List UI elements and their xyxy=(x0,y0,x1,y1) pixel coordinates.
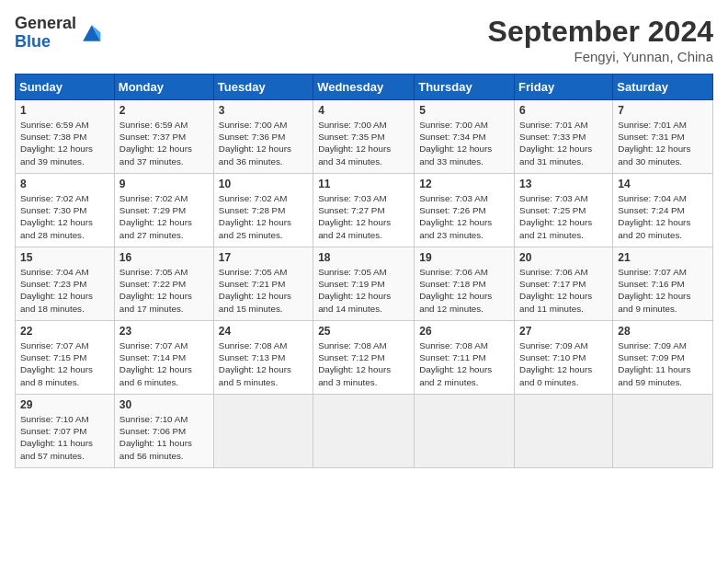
day-info: Sunrise: 7:00 AMSunset: 7:35 PMDaylight:… xyxy=(318,119,409,167)
day-number: 5 xyxy=(419,104,509,117)
day-info: Sunrise: 7:07 AMSunset: 7:16 PMDaylight:… xyxy=(618,266,708,315)
table-row: 9Sunrise: 7:02 AMSunset: 7:29 PMDaylight… xyxy=(114,174,213,247)
day-number: 18 xyxy=(318,251,409,264)
table-row: 11Sunrise: 7:03 AMSunset: 7:27 PMDayligh… xyxy=(313,174,415,247)
table-row: 18Sunrise: 7:05 AMSunset: 7:19 PMDayligh… xyxy=(313,247,415,321)
day-number: 25 xyxy=(318,325,409,338)
table-row xyxy=(613,395,713,468)
day-info: Sunrise: 7:01 AMSunset: 7:31 PMDaylight:… xyxy=(618,119,708,167)
table-row: 8Sunrise: 7:02 AMSunset: 7:30 PMDaylight… xyxy=(16,174,115,247)
day-info: Sunrise: 7:08 AMSunset: 7:13 PMDaylight:… xyxy=(219,339,308,388)
day-number: 13 xyxy=(519,178,608,190)
table-row: 21Sunrise: 7:07 AMSunset: 7:16 PMDayligh… xyxy=(613,247,713,321)
col-monday: Monday xyxy=(114,75,213,100)
logo: General Blue xyxy=(15,15,102,52)
table-row: 28Sunrise: 7:09 AMSunset: 7:09 PMDayligh… xyxy=(613,321,713,395)
day-number: 15 xyxy=(20,251,109,264)
day-number: 29 xyxy=(20,398,109,411)
day-info: Sunrise: 7:06 AMSunset: 7:17 PMDaylight:… xyxy=(519,266,608,315)
day-number: 30 xyxy=(119,398,209,411)
logo-icon xyxy=(80,22,102,44)
table-row: 5Sunrise: 7:00 AMSunset: 7:34 PMDaylight… xyxy=(415,100,515,174)
day-info: Sunrise: 7:06 AMSunset: 7:18 PMDaylight:… xyxy=(419,266,509,315)
table-row: 6Sunrise: 7:01 AMSunset: 7:33 PMDaylight… xyxy=(515,100,613,174)
col-sunday: Sunday xyxy=(16,75,115,100)
day-info: Sunrise: 7:10 AMSunset: 7:06 PMDaylight:… xyxy=(119,413,209,462)
day-info: Sunrise: 7:00 AMSunset: 7:34 PMDaylight:… xyxy=(419,119,509,167)
day-info: Sunrise: 7:08 AMSunset: 7:11 PMDaylight:… xyxy=(419,339,509,388)
table-row: 3Sunrise: 7:00 AMSunset: 7:36 PMDaylight… xyxy=(213,100,313,174)
day-number: 20 xyxy=(519,251,608,264)
day-info: Sunrise: 7:05 AMSunset: 7:22 PMDaylight:… xyxy=(119,266,209,315)
day-info: Sunrise: 7:05 AMSunset: 7:21 PMDaylight:… xyxy=(219,266,308,315)
day-number: 17 xyxy=(219,251,308,264)
table-row xyxy=(415,395,515,468)
day-number: 23 xyxy=(119,325,209,338)
table-row: 10Sunrise: 7:02 AMSunset: 7:28 PMDayligh… xyxy=(213,174,313,247)
table-row: 1Sunrise: 6:59 AMSunset: 7:38 PMDaylight… xyxy=(16,100,115,174)
table-row xyxy=(313,395,415,468)
table-row: 30Sunrise: 7:10 AMSunset: 7:06 PMDayligh… xyxy=(114,395,213,468)
table-row: 7Sunrise: 7:01 AMSunset: 7:31 PMDaylight… xyxy=(613,100,713,174)
calendar-table: Sunday Monday Tuesday Wednesday Thursday… xyxy=(15,74,713,468)
col-tuesday: Tuesday xyxy=(213,75,313,100)
col-wednesday: Wednesday xyxy=(313,75,415,100)
day-info: Sunrise: 7:10 AMSunset: 7:07 PMDaylight:… xyxy=(20,413,109,462)
day-number: 8 xyxy=(20,178,109,190)
page-header: General Blue September 2024 Fengyi, Yunn… xyxy=(15,15,713,64)
col-thursday: Thursday xyxy=(415,75,515,100)
table-row: 19Sunrise: 7:06 AMSunset: 7:18 PMDayligh… xyxy=(415,247,515,321)
day-number: 9 xyxy=(119,178,209,190)
day-info: Sunrise: 7:07 AMSunset: 7:14 PMDaylight:… xyxy=(119,339,209,388)
day-number: 27 xyxy=(519,325,608,338)
day-info: Sunrise: 7:03 AMSunset: 7:25 PMDaylight:… xyxy=(519,192,608,241)
calendar-header-row: Sunday Monday Tuesday Wednesday Thursday… xyxy=(16,75,713,100)
day-info: Sunrise: 7:04 AMSunset: 7:23 PMDaylight:… xyxy=(20,266,109,315)
day-number: 7 xyxy=(618,104,708,117)
day-info: Sunrise: 7:09 AMSunset: 7:09 PMDaylight:… xyxy=(618,339,708,388)
day-number: 12 xyxy=(419,178,509,190)
logo-general-text: General xyxy=(15,15,76,33)
col-saturday: Saturday xyxy=(613,75,713,100)
day-number: 26 xyxy=(419,325,509,338)
day-number: 24 xyxy=(219,325,308,338)
day-info: Sunrise: 7:02 AMSunset: 7:30 PMDaylight:… xyxy=(20,192,109,241)
day-number: 3 xyxy=(219,104,308,117)
day-number: 1 xyxy=(20,104,109,117)
day-info: Sunrise: 7:00 AMSunset: 7:36 PMDaylight:… xyxy=(219,119,308,167)
table-row: 22Sunrise: 7:07 AMSunset: 7:15 PMDayligh… xyxy=(16,321,115,395)
day-number: 19 xyxy=(419,251,509,264)
table-row: 4Sunrise: 7:00 AMSunset: 7:35 PMDaylight… xyxy=(313,100,415,174)
table-row: 15Sunrise: 7:04 AMSunset: 7:23 PMDayligh… xyxy=(16,247,115,321)
table-row: 25Sunrise: 7:08 AMSunset: 7:12 PMDayligh… xyxy=(313,321,415,395)
day-info: Sunrise: 7:08 AMSunset: 7:12 PMDaylight:… xyxy=(318,339,409,388)
day-info: Sunrise: 6:59 AMSunset: 7:37 PMDaylight:… xyxy=(119,119,209,167)
table-row xyxy=(213,395,313,468)
table-row: 29Sunrise: 7:10 AMSunset: 7:07 PMDayligh… xyxy=(16,395,115,468)
day-info: Sunrise: 7:03 AMSunset: 7:27 PMDaylight:… xyxy=(318,192,409,241)
table-row: 20Sunrise: 7:06 AMSunset: 7:17 PMDayligh… xyxy=(515,247,613,321)
month-title: September 2024 xyxy=(488,15,713,49)
day-info: Sunrise: 7:09 AMSunset: 7:10 PMDaylight:… xyxy=(519,339,608,388)
table-row: 2Sunrise: 6:59 AMSunset: 7:37 PMDaylight… xyxy=(114,100,213,174)
table-row: 17Sunrise: 7:05 AMSunset: 7:21 PMDayligh… xyxy=(213,247,313,321)
day-number: 28 xyxy=(618,325,708,338)
table-row: 14Sunrise: 7:04 AMSunset: 7:24 PMDayligh… xyxy=(613,174,713,247)
day-number: 14 xyxy=(618,178,708,190)
calendar-week-row: 15Sunrise: 7:04 AMSunset: 7:23 PMDayligh… xyxy=(16,247,713,321)
table-row: 16Sunrise: 7:05 AMSunset: 7:22 PMDayligh… xyxy=(114,247,213,321)
day-number: 11 xyxy=(318,178,409,190)
table-row: 26Sunrise: 7:08 AMSunset: 7:11 PMDayligh… xyxy=(415,321,515,395)
col-friday: Friday xyxy=(515,75,613,100)
day-number: 6 xyxy=(519,104,608,117)
table-row: 23Sunrise: 7:07 AMSunset: 7:14 PMDayligh… xyxy=(114,321,213,395)
day-number: 22 xyxy=(20,325,109,338)
day-info: Sunrise: 7:01 AMSunset: 7:33 PMDaylight:… xyxy=(519,119,608,167)
table-row: 12Sunrise: 7:03 AMSunset: 7:26 PMDayligh… xyxy=(415,174,515,247)
day-info: Sunrise: 7:02 AMSunset: 7:29 PMDaylight:… xyxy=(119,192,209,241)
calendar-week-row: 22Sunrise: 7:07 AMSunset: 7:15 PMDayligh… xyxy=(16,321,713,395)
day-info: Sunrise: 7:03 AMSunset: 7:26 PMDaylight:… xyxy=(419,192,509,241)
title-block: September 2024 Fengyi, Yunnan, China xyxy=(488,15,713,64)
calendar-week-row: 1Sunrise: 6:59 AMSunset: 7:38 PMDaylight… xyxy=(16,100,713,174)
day-info: Sunrise: 6:59 AMSunset: 7:38 PMDaylight:… xyxy=(20,119,109,167)
